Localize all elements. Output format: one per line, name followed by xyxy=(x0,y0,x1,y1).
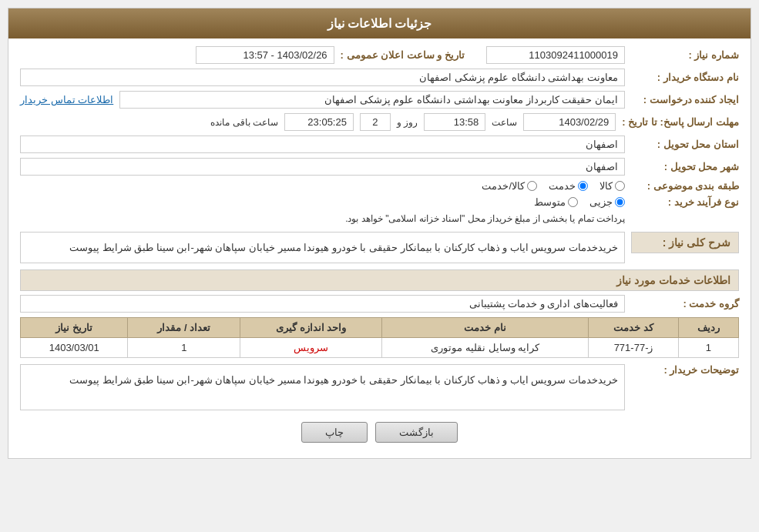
reply-days-label: روز و xyxy=(397,117,418,128)
print-button[interactable]: چاپ xyxy=(301,422,368,443)
purchase-type-medium-radio[interactable] xyxy=(568,197,578,207)
category-service-item[interactable]: خدمت xyxy=(549,180,588,192)
reply-time: 13:58 xyxy=(424,113,485,131)
table-cell-unit: سرویس xyxy=(240,338,382,358)
category-service-radio[interactable] xyxy=(578,181,588,191)
delivery-province-value: اصفهان xyxy=(20,136,625,153)
buyer-desc-label: توضیحات خریدار : xyxy=(631,364,739,376)
table-row: 1 ز-77-771 کرایه وسایل نقلیه موتوری سروی… xyxy=(21,338,739,358)
category-service-label: خدمت xyxy=(549,180,576,192)
reply-countdown-label: ساعت باقی مانده xyxy=(210,117,278,128)
need-desc-section-title: شرح کلی نیاز : xyxy=(631,232,739,253)
creator-label: ایجاد کننده درخواست : xyxy=(631,94,739,105)
category-goods-service-item[interactable]: کالا/خدمت xyxy=(482,180,537,192)
reply-time-label: ساعت xyxy=(492,117,517,128)
announce-value: 1403/02/26 - 13:57 xyxy=(196,46,334,64)
reply-date: 1403/02/29 xyxy=(523,113,616,131)
service-group-value: فعالیت‌های اداری و خدمات پشتیبانی xyxy=(20,295,625,313)
announce-label: تاریخ و ساعت اعلان عمومی : xyxy=(341,49,465,61)
table-cell-count: 1 xyxy=(128,338,240,358)
purchase-type-part-radio[interactable] xyxy=(615,197,625,207)
service-table: ردیف کد خدمت نام خدمت واحد اندازه گیری ت… xyxy=(20,317,739,358)
category-goods-item[interactable]: کالا xyxy=(599,180,625,192)
category-goods-service-label: کالا/خدمت xyxy=(482,180,525,192)
buyer-org-value: معاونت بهداشتی دانشگاه علوم پزشکی اصفهان xyxy=(20,69,625,86)
purchase-type-part-item[interactable]: جزیی xyxy=(589,196,625,208)
purchase-type-note: پرداخت تمام یا بخشی از مبلغ خریداز محل "… xyxy=(20,213,625,224)
need-number-value: 1103092411000019 xyxy=(486,46,625,64)
reply-countdown: 23:05:25 xyxy=(284,113,354,131)
category-goods-radio[interactable] xyxy=(615,181,625,191)
delivery-city-value: اصفهان xyxy=(20,158,625,176)
category-label: طبقه بندی موضوعی : xyxy=(631,180,739,192)
purchase-type-part-label: جزیی xyxy=(589,196,613,208)
need-number-label: شماره نیاز : xyxy=(631,49,739,61)
back-button[interactable]: بازگشت xyxy=(375,422,458,443)
table-cell-code: ز-77-771 xyxy=(589,338,679,358)
purchase-type-medium-item[interactable]: متوسط xyxy=(534,196,578,208)
contact-link[interactable]: اطلاعات تماس خریدار xyxy=(20,94,113,105)
purchase-type-label: نوع فرآیند خرید : xyxy=(631,196,739,208)
buyer-org-label: نام دستگاه خریدار : xyxy=(631,72,739,83)
delivery-city-label: شهر محل تحویل : xyxy=(631,161,739,172)
page-title: جزئیات اطلاعات نیاز xyxy=(8,8,751,38)
table-header-unit: واحد اندازه گیری xyxy=(240,318,382,338)
table-cell-name: کرایه وسایل نقلیه موتوری xyxy=(382,338,589,358)
category-goods-label: کالا xyxy=(599,180,613,192)
table-header-code: کد خدمت xyxy=(589,318,679,338)
table-header-row: ردیف xyxy=(678,318,738,338)
table-header-name: نام خدمت xyxy=(382,318,589,338)
category-group: کالا خدمت کالا/خدمت xyxy=(20,180,625,192)
service-info-section-title: اطلاعات خدمات مورد نیاز xyxy=(20,269,739,291)
delivery-province-label: استان محل تحویل : xyxy=(631,139,739,150)
category-goods-service-radio[interactable] xyxy=(527,181,537,191)
table-cell-date: 1403/03/01 xyxy=(21,338,128,358)
purchase-type-options: جزیی متوسط پرداخت تمام یا بخشی از مبلغ خ… xyxy=(20,196,625,224)
reply-days: 2 xyxy=(360,113,391,131)
buttons-row: بازگشت چاپ xyxy=(20,422,739,443)
service-group-label: گروه خدمت : xyxy=(631,298,739,309)
buyer-desc-value: خریدخدمات سرویس ایاب و ذهاب کارکنان با ب… xyxy=(20,364,625,410)
creator-value: ایمان حقیقت کاربرداز معاونت بهداشتی دانش… xyxy=(119,91,625,109)
reply-deadline-label: مهلت ارسال پاسخ: تا تاریخ : xyxy=(622,116,739,128)
table-header-date: تاریخ نیاز xyxy=(21,318,128,338)
purchase-type-medium-label: متوسط xyxy=(534,196,566,208)
table-header-count: تعداد / مقدار xyxy=(128,318,240,338)
need-desc-value: خریدخدمات سرویس ایاب و ذهاب کارکنان با ب… xyxy=(20,232,625,263)
table-cell-row: 1 xyxy=(678,338,738,358)
